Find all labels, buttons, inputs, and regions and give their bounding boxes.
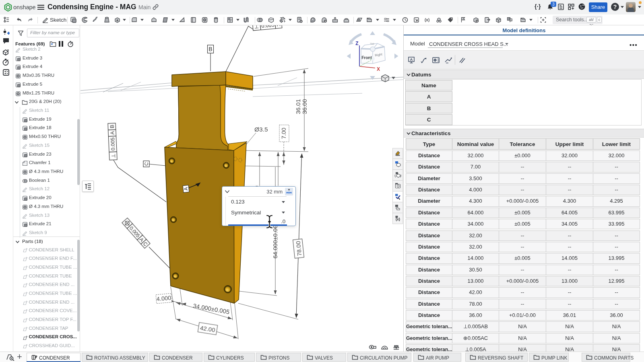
svg-text:0.005: 0.005 xyxy=(109,137,116,150)
svg-text:⊥: ⊥ xyxy=(254,25,259,30)
svg-text:B: B xyxy=(109,125,115,128)
svg-text:C: C xyxy=(143,162,149,166)
svg-text:⊥: ⊥ xyxy=(110,154,116,158)
svg-text:Y: Y xyxy=(369,57,372,62)
svg-text:X: X xyxy=(377,66,380,72)
svg-text:Z: Z xyxy=(355,41,358,46)
svg-text:34.000±0.005: 34.000±0.005 xyxy=(192,302,230,315)
svg-text:(x): (x) xyxy=(425,18,429,22)
svg-text:Top: Top xyxy=(370,42,375,45)
svg-text:36.00: 36.00 xyxy=(301,99,308,114)
svg-text:A: A xyxy=(277,25,281,28)
svg-text:Ø3.5: Ø3.5 xyxy=(254,126,268,133)
svg-text:7.00: 7.00 xyxy=(281,128,287,139)
svg-text:?: ? xyxy=(7,49,9,53)
svg-text:B: B xyxy=(208,46,212,52)
svg-text:36.01: 36.01 xyxy=(295,99,301,114)
svg-text:A: A xyxy=(410,57,413,62)
svg-text:A: A xyxy=(109,131,115,135)
svg-text:(x): (x) xyxy=(396,217,400,221)
svg-text:4.000: 4.000 xyxy=(156,294,171,302)
